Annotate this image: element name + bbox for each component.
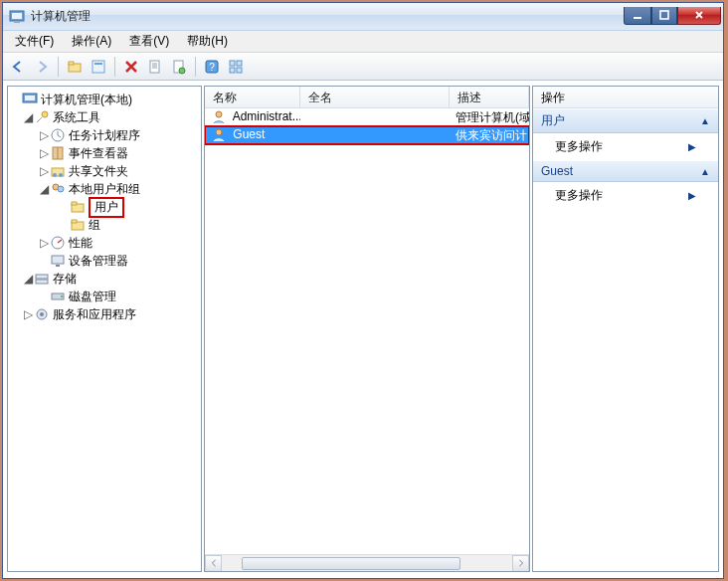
tile-button[interactable] [225,56,247,78]
tree-label: 磁盘管理 [69,289,116,305]
svg-rect-14 [230,61,235,66]
tree-users[interactable]: 用户 [10,198,199,216]
tree-label: 事件查看器 [69,145,128,162]
tree-shared[interactable]: ▷ 共享文件夹 [10,162,199,180]
tree-groups[interactable]: 组 [10,216,199,234]
tree-label: 系统工具 [53,109,100,126]
storage-icon [34,271,50,287]
col-name[interactable]: 名称 [205,87,300,107]
tree-eventv[interactable]: ▷ 事件查看器 [10,144,199,162]
expander-closed-icon[interactable]: ▷ [38,128,50,142]
expander-open-icon[interactable]: ◢ [38,182,50,196]
forward-button[interactable] [31,56,53,78]
svg-point-20 [42,111,48,117]
tree-localug[interactable]: ◢ 本地用户和组 [10,180,199,198]
actions-section-users[interactable]: 用户 ▲ [533,108,718,133]
col-desc[interactable]: 描述 [450,87,529,107]
tools-icon [34,109,50,125]
more-icon: ▶ [688,190,696,201]
new-doc2-button[interactable] [168,56,190,78]
expander-closed-icon[interactable]: ▷ [38,236,50,250]
list-row-selected[interactable]: Guest 供来宾访问计 [205,126,529,144]
tree-label: 共享文件夹 [69,163,128,180]
tree-pane: 计算机管理(本地) ◢ 系统工具 ▷ 任务计划程序 ▷ 事件查看器 [7,86,202,572]
tree-label: 本地用户和组 [69,181,140,198]
user-icon [211,109,227,125]
window-title: 计算机管理 [31,8,624,25]
back-button[interactable] [7,56,29,78]
svg-rect-17 [237,68,242,73]
help-button[interactable]: ? [201,56,223,78]
svg-rect-6 [69,62,74,65]
nav-tree[interactable]: 计算机管理(本地) ◢ 系统工具 ▷ 任务计划程序 ▷ 事件查看器 [8,87,201,327]
cell-text: Guest [233,127,265,141]
computer-icon [22,92,38,107]
tree-label: 服务和应用程序 [53,306,136,323]
collapse-icon[interactable]: ▲ [700,115,710,126]
horizontal-scrollbar[interactable] [205,554,529,571]
expander-open-icon[interactable]: ◢ [22,272,34,286]
menu-file[interactable]: 文件(F) [7,31,62,52]
svg-rect-33 [52,256,64,264]
properties-button[interactable] [88,56,109,78]
titlebar[interactable]: 计算机管理 [3,3,723,31]
new-doc-button[interactable] [144,56,166,78]
actions-section-guest[interactable]: Guest ▲ [533,160,718,182]
menu-action[interactable]: 操作(A) [64,31,119,52]
svg-rect-16 [230,68,235,73]
actions-more-users[interactable]: 更多操作 ▶ [533,133,718,160]
svg-rect-2 [14,21,20,23]
tree-label: 计算机管理(本地) [41,92,132,108]
svg-point-41 [216,111,222,117]
expander-open-icon[interactable]: ◢ [22,110,34,124]
content-area: 计算机管理(本地) ◢ 系统工具 ▷ 任务计划程序 ▷ 事件查看器 [3,81,723,578]
scroll-track[interactable] [222,555,512,572]
clock-icon [50,127,66,143]
list-header: 名称 全名 描述 [205,87,529,108]
tree-storage[interactable]: ◢ 存储 [10,270,199,288]
toolbar: ? [3,53,723,81]
svg-rect-4 [660,11,668,19]
svg-point-24 [53,173,57,177]
menu-help[interactable]: 帮助(H) [179,31,236,52]
list-body[interactable]: Administrat... 管理计算机(域 Guest 供来宾访问计 [205,108,529,571]
actions-header: 操作 [533,87,718,108]
more-icon: ▶ [688,141,696,152]
tree-task[interactable]: ▷ 任务计划程序 [10,126,199,144]
maximize-button[interactable] [651,7,677,25]
tree-services[interactable]: ▷ 服务和应用程序 [10,305,199,323]
svg-rect-1 [12,13,22,19]
users-group-icon [50,181,66,197]
scroll-thumb[interactable] [242,557,460,570]
tree-perf[interactable]: ▷ 性能 [10,234,199,252]
cell-name: Guest [205,127,300,143]
svg-rect-34 [56,265,60,267]
close-button[interactable] [677,7,721,25]
minimize-button[interactable] [624,7,651,25]
expander-closed-icon[interactable]: ▷ [38,146,50,160]
actions-more-guest[interactable]: 更多操作 ▶ [533,182,718,209]
scroll-left-button[interactable] [205,555,222,572]
collapse-icon[interactable]: ▲ [700,166,710,177]
perf-icon [50,235,66,251]
tree-systools[interactable]: ◢ 系统工具 [10,108,199,126]
up-button[interactable] [64,56,86,78]
tree-label-highlighted: 用户 [89,197,124,218]
expander-closed-icon[interactable]: ▷ [38,164,50,178]
tree-root[interactable]: 计算机管理(本地) [10,91,199,108]
menu-view[interactable]: 查看(V) [121,31,177,52]
svg-rect-19 [25,96,35,100]
delete-button[interactable] [120,56,142,78]
svg-rect-3 [634,17,641,19]
list-row[interactable]: Administrat... 管理计算机(域 [205,108,529,126]
tree-devmgr[interactable]: 设备管理器 [10,252,199,270]
expander-closed-icon[interactable]: ▷ [22,307,34,321]
svg-text:?: ? [209,62,215,73]
app-icon [9,9,25,25]
tree-diskmgr[interactable]: 磁盘管理 [10,288,199,305]
svg-rect-9 [150,61,159,73]
col-fullname[interactable]: 全名 [300,87,450,107]
scroll-right-button[interactable] [512,555,529,572]
svg-rect-35 [36,275,48,279]
tree-label: 任务计划程序 [69,127,140,144]
